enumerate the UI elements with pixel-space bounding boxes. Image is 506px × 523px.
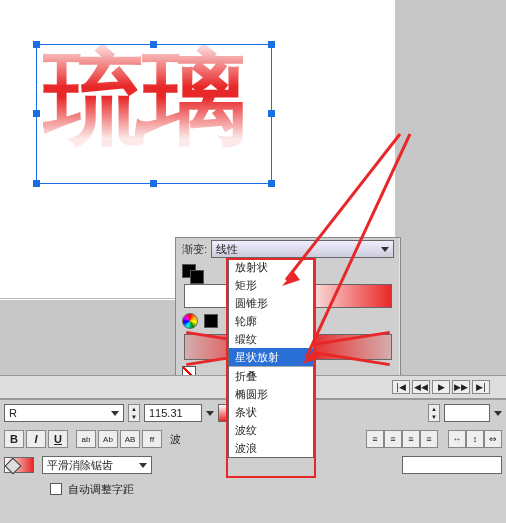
chevron-down-icon[interactable] [494,411,502,416]
menu-item[interactable]: 条状 [229,403,313,421]
gradient-type-dropdown[interactable]: 线性 [211,240,394,258]
auto-kern-label: 自动调整字距 [68,482,134,497]
case-button[interactable]: AB [120,430,140,448]
numeric-field[interactable] [444,404,490,422]
next-frame-button[interactable]: ▶▶ [452,380,470,394]
auto-kern-checkbox[interactable] [50,483,62,495]
bold-button[interactable]: B [4,430,24,448]
underline-button[interactable]: U [48,430,68,448]
dist-button[interactable]: ⇔ [484,430,502,448]
stepper[interactable]: ▲▼ [428,404,440,422]
case-button[interactable]: Ab [98,430,118,448]
gradient-type-menu: 放射状 矩形 圆锥形 轮廓 缎纹 星状放射 折叠 椭圆形 条状 波纹 波浪 [228,257,314,458]
italic-button[interactable]: I [26,430,46,448]
colorwheel-icon[interactable] [182,313,198,329]
chevron-down-icon[interactable] [206,411,214,416]
menu-item[interactable]: 椭圆形 [229,385,313,403]
align-right-button[interactable]: ≡ [402,430,420,448]
font-size-stepper[interactable]: ▲▼ [128,404,140,422]
gradient-type-value: 线性 [216,242,238,257]
resize-handle[interactable] [33,41,40,48]
ligature-button[interactable]: ff [142,430,162,448]
font-family-value: R [9,407,17,419]
resize-handle[interactable] [150,41,157,48]
menu-item[interactable]: 放射状 [229,258,313,276]
resize-handle[interactable] [268,110,275,117]
resize-handle[interactable] [33,110,40,117]
font-family-field[interactable]: R [4,404,124,422]
chevron-down-icon [111,411,119,416]
gradient-label: 渐变: [182,242,207,257]
prev-frame-button[interactable]: ◀◀ [412,380,430,394]
resize-handle[interactable] [150,180,157,187]
resize-handle[interactable] [268,180,275,187]
dist-button[interactable]: ↔ [448,430,466,448]
playback-controls: |◀ ◀◀ ▶ ▶▶ ▶| [392,380,506,394]
menu-item[interactable]: 矩形 [229,276,313,294]
font-size-field[interactable]: 115.31 [144,404,202,422]
text-field[interactable] [402,456,502,474]
chevron-down-icon [139,463,147,468]
anti-alias-value: 平滑消除锯齿 [47,458,113,473]
menu-item[interactable]: 圆锥形 [229,294,313,312]
align-buttons: ≡ ≡ ≡ ≡ [366,430,438,448]
last-frame-button[interactable]: ▶| [472,380,490,394]
align-justify-button[interactable]: ≡ [420,430,438,448]
align-center-button[interactable]: ≡ [384,430,402,448]
play-button[interactable]: ▶ [432,380,450,394]
swatch-white[interactable] [190,270,204,284]
label: 波 [170,432,181,447]
swatch-small[interactable] [204,314,218,328]
case-button[interactable]: ab [76,430,96,448]
menu-item[interactable]: 折叠 [229,367,313,385]
resize-handle[interactable] [33,180,40,187]
anti-alias-dropdown[interactable]: 平滑消除锯齿 [42,456,152,474]
chevron-down-icon [381,247,389,252]
dist-button[interactable]: ↕ [466,430,484,448]
menu-item[interactable]: 缎纹 [229,330,313,348]
first-frame-button[interactable]: |◀ [392,380,410,394]
canvas-text: 琉璃 [43,45,243,149]
stroke-swatch[interactable] [4,457,34,473]
menu-item[interactable]: 波纹 [229,421,313,439]
resize-handle[interactable] [268,41,275,48]
font-size-value: 115.31 [149,407,183,419]
menu-item-selected[interactable]: 星状放射 [229,348,313,366]
selected-text-object[interactable]: 琉璃 [36,44,272,184]
canvas-outside [395,0,506,300]
distribute-buttons: ↔ ↕ ⇔ [448,430,502,448]
menu-item[interactable]: 波浪 [229,439,313,457]
color-swatches[interactable] [182,264,210,278]
menu-item[interactable]: 轮廓 [229,312,313,330]
align-left-button[interactable]: ≡ [366,430,384,448]
